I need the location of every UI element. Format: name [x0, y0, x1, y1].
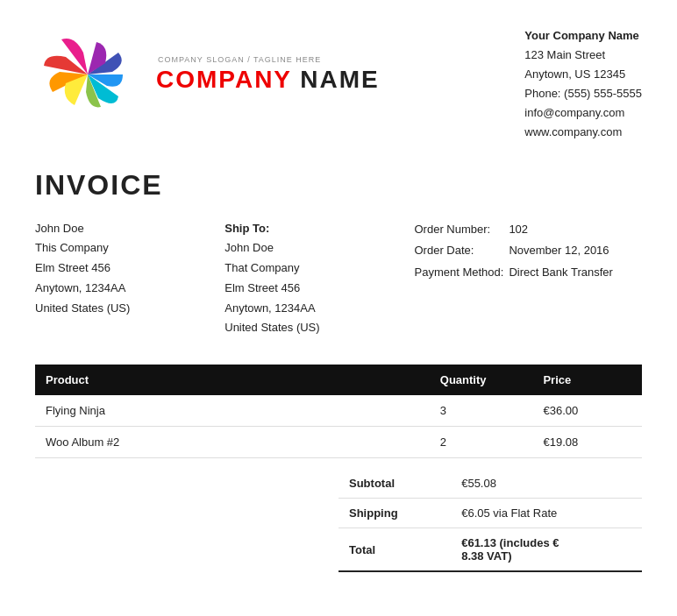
- order-number-value: 102: [509, 219, 618, 241]
- shipping-value: €6.05 via Flat Rate: [451, 499, 642, 528]
- company-info-email: info@company.com: [524, 103, 642, 123]
- total-label: Total: [338, 528, 451, 572]
- company-info-name: Your Company Name: [524, 26, 642, 46]
- product-qty-1: 3: [430, 395, 533, 427]
- payment-method-value: Direct Bank Transfer: [509, 262, 618, 284]
- invoice-title: INVOICE: [35, 169, 642, 202]
- totals-section: Subtotal €55.08 Shipping €6.05 via Flat …: [35, 469, 642, 572]
- bill-from-country: United States (US): [35, 299, 224, 319]
- order-info: Order Number: 102 Order Date: November 1…: [415, 219, 643, 339]
- bill-to-company: That Company: [224, 258, 414, 279]
- bill-to: Ship To: John Doe That Company Elm Stree…: [224, 219, 414, 339]
- order-number-row: Order Number: 102: [415, 219, 618, 241]
- payment-method-label: Payment Method:: [415, 262, 510, 284]
- col-product: Product: [35, 365, 430, 395]
- bill-from: John Doe This Company Elm Street 456 Any…: [35, 219, 224, 339]
- shipping-row: Shipping €6.05 via Flat Rate: [338, 499, 642, 528]
- product-qty-2: 2: [430, 427, 533, 458]
- company-name-black: NAME: [300, 66, 379, 93]
- company-info-website: www.company.com: [524, 123, 642, 142]
- bill-to-name: John Doe: [224, 238, 414, 258]
- company-info-city: Anytown, US 12345: [524, 65, 642, 84]
- bill-to-street: Elm Street 456: [224, 279, 414, 299]
- product-table: Product Quantity Price Flying Ninja 3 €3…: [35, 365, 642, 469]
- subtotal-label: Subtotal: [338, 469, 451, 499]
- table-row: Woo Album #2 2 €19.08: [35, 427, 642, 458]
- billing-section: John Doe This Company Elm Street 456 Any…: [35, 219, 642, 339]
- bill-from-city: Anytown, 1234AA: [35, 279, 224, 299]
- product-name-1: Flying Ninja: [35, 395, 430, 427]
- invoice-header: COMPANY SLOGAN / TAGLINE HERE COMPANY NA…: [35, 26, 642, 143]
- product-table-header: Product Quantity Price: [35, 365, 642, 395]
- shipping-label: Shipping: [338, 499, 451, 528]
- bill-to-label: Ship To:: [224, 219, 414, 239]
- bill-from-street: Elm Street 456: [35, 258, 224, 279]
- bill-from-company: This Company: [35, 238, 224, 258]
- company-info-address: 123 Main Street: [524, 46, 642, 65]
- col-price: Price: [532, 365, 642, 395]
- product-price-1: €36.00: [532, 395, 642, 427]
- total-row: Total €61.13 (includes € 8.38 VAT): [338, 528, 642, 572]
- table-header-row: Product Quantity Price: [35, 365, 642, 395]
- order-date-value: November 12, 2016: [509, 240, 618, 262]
- company-logo: [35, 26, 149, 123]
- order-info-table: Order Number: 102 Order Date: November 1…: [415, 219, 618, 284]
- col-quantity: Quantity: [430, 365, 533, 395]
- bill-to-city: Anytown, 1234AA: [224, 299, 414, 319]
- spacer-row: [35, 458, 642, 470]
- logo-area: COMPANY SLOGAN / TAGLINE HERE COMPANY NA…: [35, 26, 380, 123]
- payment-method-row: Payment Method: Direct Bank Transfer: [415, 262, 618, 284]
- company-info-phone: Phone: (555) 555-5555: [524, 84, 642, 103]
- logo-row: COMPANY SLOGAN / TAGLINE HERE COMPANY NA…: [35, 26, 380, 123]
- bill-to-country: United States (US): [224, 318, 414, 338]
- product-table-body: Flying Ninja 3 €36.00 Woo Album #2 2 €19…: [35, 395, 642, 469]
- order-number-label: Order Number:: [415, 219, 510, 241]
- order-date-row: Order Date: November 12, 2016: [415, 240, 618, 262]
- product-price-2: €19.08: [532, 427, 642, 458]
- table-row: Flying Ninja 3 €36.00: [35, 395, 642, 427]
- company-slogan: COMPANY SLOGAN / TAGLINE HERE: [158, 55, 380, 64]
- bill-from-name: John Doe: [35, 219, 224, 239]
- company-name-display: COMPANY NAME: [156, 66, 380, 94]
- subtotal-value: €55.08: [451, 469, 642, 499]
- order-date-label: Order Date:: [415, 240, 510, 262]
- totals-table: Subtotal €55.08 Shipping €6.05 via Flat …: [338, 469, 642, 572]
- company-name-red: COMPANY: [156, 66, 292, 93]
- subtotal-row: Subtotal €55.08: [338, 469, 642, 499]
- logo-text: COMPANY SLOGAN / TAGLINE HERE COMPANY NA…: [156, 55, 380, 94]
- company-contact-info: Your Company Name 123 Main Street Anytow…: [524, 26, 642, 143]
- total-value: €61.13 (includes € 8.38 VAT): [451, 528, 642, 572]
- product-name-2: Woo Album #2: [35, 427, 430, 458]
